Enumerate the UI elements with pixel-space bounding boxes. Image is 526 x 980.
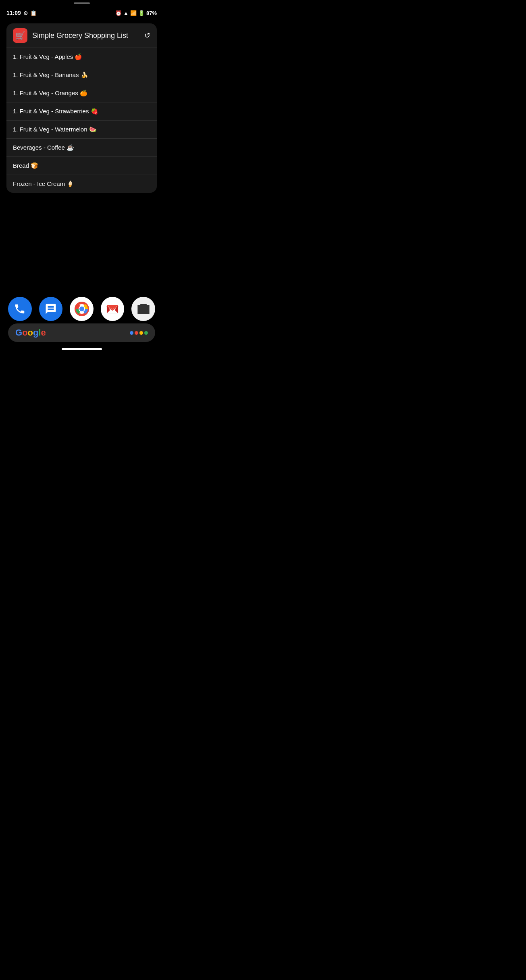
list-item-text: Beverages - Coffee ☕ — [13, 144, 150, 151]
dock-messages-icon[interactable] — [39, 297, 63, 321]
list-item-text: 1. Fruit & Veg - Oranges 🍊 — [13, 90, 150, 97]
dot-blue — [130, 331, 133, 335]
gmail-icon — [105, 301, 120, 317]
widget-header: 🛒 Simple Grocery Shopping List ↺ — [6, 23, 157, 48]
messages-icon — [45, 303, 57, 315]
list-item[interactable]: Frozen - Ice Cream 🍦 — [6, 175, 157, 193]
battery-icon: 🔋 — [138, 10, 145, 16]
status-left: 11:09 ⊙ 📋 — [6, 10, 37, 16]
navigation-bar[interactable] — [62, 348, 102, 350]
widget-refresh-button[interactable]: ↺ — [144, 31, 150, 40]
grocery-widget[interactable]: 🛒 Simple Grocery Shopping List ↺ 1. Frui… — [6, 23, 157, 193]
status-icon-circle: ⊙ — [23, 10, 28, 16]
widget-app-icon: 🛒 — [13, 28, 27, 43]
chrome-icon — [74, 301, 89, 317]
status-icon-clipboard: 📋 — [30, 10, 37, 16]
list-item-text: 1. Fruit & Veg - Bananas 🍌 — [13, 71, 150, 79]
list-item[interactable]: 1. Fruit & Veg - Watermelon 🍉 — [6, 121, 157, 139]
google-assistant-dots[interactable] — [130, 331, 148, 335]
widget-title: Simple Grocery Shopping List — [32, 31, 139, 40]
list-item[interactable]: Beverages - Coffee ☕ — [6, 139, 157, 157]
dot-yellow — [139, 331, 143, 335]
alarm-icon: ⏰ — [115, 10, 122, 16]
grocery-list: 1. Fruit & Veg - Apples 🍎 1. Fruit & Veg… — [6, 48, 157, 193]
dock-phone-icon[interactable] — [8, 297, 32, 321]
list-item[interactable]: 1. Fruit & Veg - Bananas 🍌 — [6, 66, 157, 84]
status-right: ⏰ ▲ 📶 🔋 87% — [115, 10, 157, 16]
list-item-text: Bread 🍞 — [13, 162, 150, 169]
battery-percent: 87% — [146, 10, 157, 16]
signal-icon: 📶 — [130, 10, 137, 16]
list-item[interactable]: 1. Fruit & Veg - Apples 🍎 — [6, 48, 157, 66]
dot-green — [144, 331, 148, 335]
dot-red — [135, 331, 138, 335]
list-item[interactable]: 1. Fruit & Veg - Oranges 🍊 — [6, 84, 157, 102]
dock-gmail-icon[interactable] — [101, 297, 125, 321]
google-logo: Google — [15, 327, 46, 338]
list-item-text: 1. Fruit & Veg - Apples 🍎 — [13, 53, 150, 60]
camera-icon — [137, 302, 150, 315]
pull-handle — [0, 0, 163, 5]
list-item-text: 1. Fruit & Veg - Watermelon 🍉 — [13, 126, 150, 133]
google-search-bar[interactable]: Google — [8, 323, 155, 342]
status-bar: 11:09 ⊙ 📋 ⏰ ▲ 📶 🔋 87% — [0, 5, 163, 19]
list-item[interactable]: Bread 🍞 — [6, 157, 157, 175]
app-dock — [0, 297, 163, 321]
wifi-icon: ▲ — [123, 10, 129, 16]
phone-icon — [14, 303, 26, 315]
svg-point-3 — [79, 307, 84, 311]
status-time: 11:09 — [6, 10, 21, 16]
dock-camera-icon[interactable] — [131, 297, 155, 321]
dock-chrome-icon[interactable] — [70, 297, 94, 321]
list-item-text: Frozen - Ice Cream 🍦 — [13, 180, 150, 188]
list-item-text: 1. Fruit & Veg - Strawberries 🍓 — [13, 108, 150, 115]
list-item[interactable]: 1. Fruit & Veg - Strawberries 🍓 — [6, 102, 157, 121]
